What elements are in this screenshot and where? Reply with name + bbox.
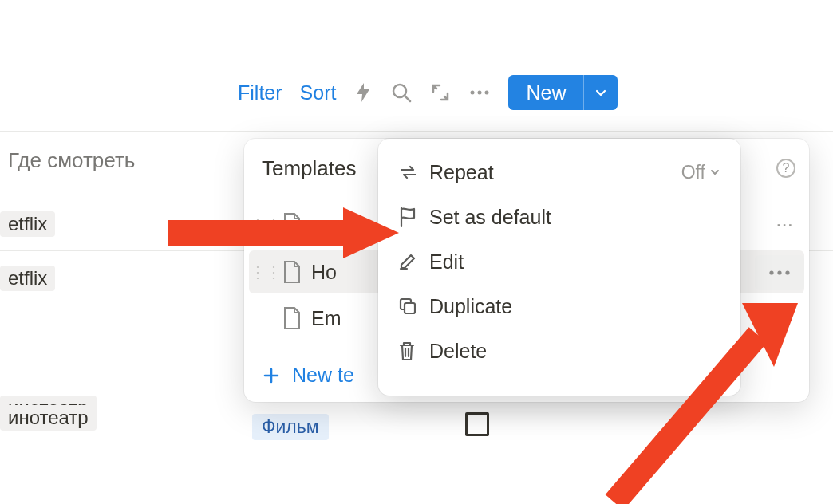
svg-point-9 [785,270,789,274]
chevron-down-icon [709,166,721,179]
templates-title: Templates [262,156,357,181]
menu-item-delete[interactable]: Delete [378,329,740,373]
svg-text:?: ? [783,161,790,175]
tag-chip: etflix [0,266,55,291]
menu-item-set-default[interactable]: Set as default [378,195,740,239]
page-icon [278,212,306,236]
flag-icon [397,206,429,228]
template-more-button-active[interactable] [755,255,804,290]
new-button-caret[interactable] [583,75,618,110]
tag-chip: инотеатр [0,405,97,431]
checkbox[interactable] [465,412,489,436]
template-context-menu: Repeat Off Set as default Edit Duplicate… [378,139,740,396]
menu-label: Edit [429,250,464,274]
duplicate-icon [397,296,429,317]
menu-item-duplicate[interactable]: Duplicate [378,284,740,329]
help-icon[interactable]: ? [772,155,799,182]
svg-point-7 [769,270,773,274]
svg-point-8 [777,270,781,274]
bolt-icon[interactable] [353,81,373,104]
menu-label: Repeat [429,161,494,184]
page-icon [278,260,306,284]
tag-chip: etflix [0,211,55,237]
svg-point-2 [471,91,475,95]
page-icon [278,306,306,330]
column-header: Где смотреть [8,148,135,173]
menu-label: Delete [429,340,487,363]
drag-handle-icon[interactable]: ⋮⋮ [254,262,278,282]
trash-icon [397,340,429,362]
svg-point-3 [478,91,482,95]
svg-line-1 [405,96,410,101]
repeat-icon [397,163,429,182]
new-button-label[interactable]: New [508,75,583,110]
template-name: Ho [311,261,337,284]
template-more-icon[interactable]: ··· [769,306,799,331]
filter-button[interactable]: Filter [238,81,282,104]
new-template-label: New te [292,364,354,387]
view-toolbar: Filter Sort New [238,75,618,110]
menu-label: Duplicate [429,295,512,318]
edit-icon [397,251,429,272]
repeat-state: Off [681,162,721,183]
svg-rect-11 [405,303,415,313]
menu-label: Set as default [429,206,551,229]
menu-item-repeat[interactable]: Repeat Off [378,150,740,195]
menu-item-edit[interactable]: Edit [378,239,740,284]
expand-icon[interactable] [430,82,451,103]
new-template-button[interactable]: New te [262,364,354,387]
more-icon[interactable] [468,89,491,96]
tag-chip-film: Фильм [252,414,329,440]
template-more-icon[interactable]: ··· [769,212,799,237]
svg-point-4 [485,91,489,95]
drag-handle-icon[interactable]: ⋮⋮ [254,215,278,234]
new-button[interactable]: New [508,75,618,110]
sort-button[interactable]: Sort [300,81,337,104]
template-name: Em [311,307,341,330]
plus-icon [262,366,281,385]
search-icon[interactable] [390,81,413,104]
divider [0,131,833,132]
